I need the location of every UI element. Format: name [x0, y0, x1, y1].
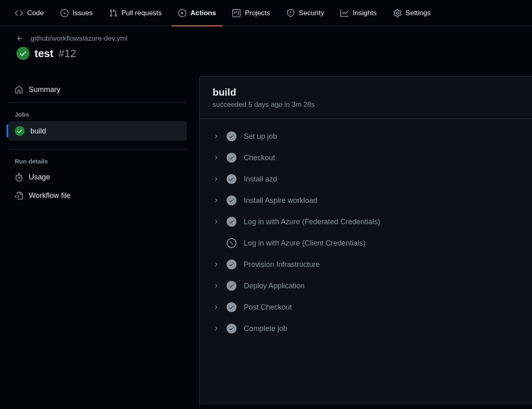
step-name: Deploy Application — [244, 282, 305, 290]
step-name: Install azd — [244, 175, 277, 184]
home-icon — [15, 86, 23, 94]
tab-label: Issues — [73, 9, 93, 17]
success-check-icon — [227, 217, 236, 227]
tab-actions[interactable]: Actions — [172, 0, 222, 26]
divider — [8, 102, 187, 103]
divider — [8, 149, 187, 149]
breadcrumb-text: .github/workflows/azure-dev.yml — [29, 34, 128, 43]
tab-label: Pull requests — [122, 9, 162, 17]
job-panel: build succeeded 5 days ago in 3m 28s Set… — [199, 76, 532, 405]
run-details-heading: Run details — [8, 153, 187, 168]
success-badge-icon — [16, 47, 30, 60]
run-number: #12 — [58, 47, 76, 60]
step-row[interactable]: Set up job — [213, 126, 519, 147]
arrow-left-icon — [16, 35, 24, 42]
step-name: Install Aspire workload — [244, 196, 317, 205]
step-row[interactable]: Install Aspire workload — [213, 190, 519, 211]
main-layout: Summary Jobs build Run details Usage Wor… — [0, 64, 532, 405]
tab-security[interactable]: Security — [280, 0, 330, 26]
chevron-right-icon — [213, 325, 219, 332]
sidebar-label: Workflow file — [29, 191, 71, 200]
shield-icon — [287, 9, 295, 17]
issue-icon — [60, 9, 69, 17]
step-row[interactable]: Deploy Application — [213, 275, 519, 296]
repo-nav: Code Issues Pull requests Actions Projec… — [0, 0, 532, 26]
sidebar: Summary Jobs build Run details Usage Wor… — [0, 76, 199, 405]
step-row[interactable]: Complete job — [213, 318, 519, 339]
graph-icon — [340, 9, 349, 17]
tab-label: Security — [299, 9, 324, 17]
code-icon — [15, 9, 23, 17]
play-icon — [178, 9, 186, 17]
tab-insights[interactable]: Insights — [334, 0, 383, 26]
chevron-right-icon — [213, 218, 219, 225]
job-title: build — [213, 87, 519, 98]
success-check-icon — [227, 131, 236, 141]
success-check-icon — [227, 153, 236, 163]
file-code-icon — [15, 192, 23, 200]
tab-issues[interactable]: Issues — [54, 0, 99, 26]
jobs-heading: Jobs — [8, 106, 187, 121]
project-icon — [232, 9, 241, 17]
success-check-icon — [15, 126, 25, 136]
step-name: Complete job — [244, 324, 287, 333]
skip-icon — [227, 238, 236, 248]
step-name: Post Checkout — [244, 303, 292, 312]
chevron-right-icon — [213, 154, 219, 161]
sidebar-label: Summary — [29, 85, 60, 94]
sidebar-usage[interactable]: Usage — [8, 168, 187, 186]
sidebar-job-build[interactable]: build — [8, 121, 187, 141]
success-check-icon — [227, 324, 236, 333]
sidebar-workflow-file[interactable]: Workflow file — [8, 186, 187, 205]
step-row[interactable]: Install azd — [213, 168, 519, 190]
step-name: Provision Infrastructure — [244, 260, 320, 269]
run-title: test — [34, 47, 53, 60]
success-check-icon — [227, 174, 236, 184]
step-name: Log in with Azure (Federated Credentials… — [244, 218, 380, 226]
step-row[interactable]: Log in with Azure (Federated Credentials… — [213, 211, 519, 232]
chevron-right-icon — [213, 283, 219, 289]
job-panel-header: build succeeded 5 days ago in 3m 28s — [200, 77, 532, 119]
tab-label: Settings — [406, 9, 431, 17]
run-header: .github/workflows/azure-dev.yml test #12 — [0, 26, 532, 64]
steps-list: Set up jobCheckoutInstall azdInstall Asp… — [200, 119, 532, 346]
success-check-icon — [227, 260, 236, 269]
chevron-right-icon — [213, 133, 219, 140]
run-title-row: test #12 — [16, 47, 516, 60]
job-name: build — [30, 127, 46, 136]
chevron-right-icon — [213, 261, 219, 268]
success-check-icon — [227, 281, 236, 291]
gear-icon — [393, 9, 401, 17]
tab-pull-requests[interactable]: Pull requests — [103, 0, 168, 26]
tab-label: Projects — [245, 9, 270, 17]
step-row[interactable]: Log in with Azure (Client Credentials) — [213, 232, 519, 254]
pr-icon — [109, 9, 117, 17]
tab-projects[interactable]: Projects — [226, 0, 276, 26]
step-name: Checkout — [244, 154, 275, 162]
chevron-right-icon — [213, 176, 219, 182]
chevron-right-icon — [213, 304, 219, 310]
step-row[interactable]: Provision Infrastructure — [213, 254, 519, 275]
tab-code[interactable]: Code — [8, 0, 50, 26]
stopwatch-icon — [15, 173, 23, 182]
step-name: Set up job — [244, 132, 277, 141]
step-name: Log in with Azure (Client Credentials) — [244, 239, 365, 248]
tab-label: Actions — [190, 9, 216, 17]
step-row[interactable]: Post Checkout — [213, 296, 519, 318]
success-check-icon — [227, 195, 236, 205]
success-check-icon — [227, 302, 236, 312]
tab-label: Code — [27, 9, 44, 17]
sidebar-summary[interactable]: Summary — [8, 80, 187, 99]
step-row[interactable]: Checkout — [213, 147, 519, 168]
tab-settings[interactable]: Settings — [387, 0, 437, 26]
tab-label: Insights — [353, 9, 377, 17]
job-subtitle: succeeded 5 days ago in 3m 28s — [213, 101, 519, 109]
breadcrumb[interactable]: .github/workflows/azure-dev.yml — [16, 34, 516, 43]
chevron-right-icon — [213, 197, 219, 204]
sidebar-label: Usage — [29, 173, 50, 182]
